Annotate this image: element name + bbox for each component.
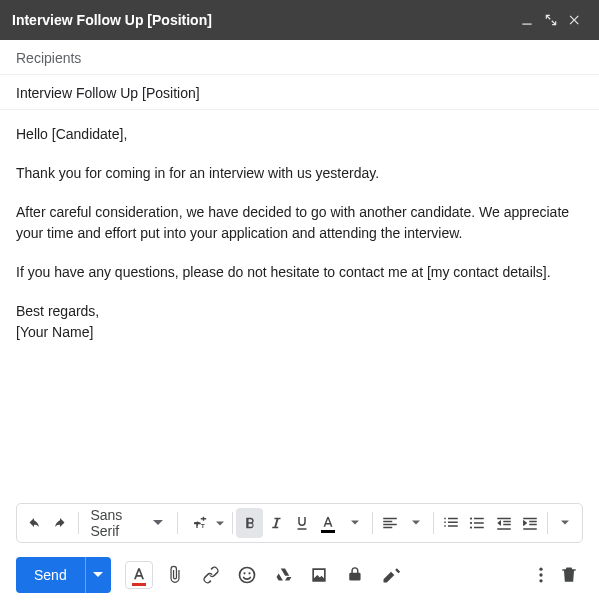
expand-icon[interactable] bbox=[539, 8, 563, 32]
window-title: Interview Follow Up [Position] bbox=[12, 12, 515, 28]
insert-photo-button[interactable] bbox=[305, 561, 333, 589]
more-options-button[interactable] bbox=[527, 561, 555, 589]
underline-button[interactable] bbox=[289, 508, 315, 538]
confidential-mode-button[interactable] bbox=[341, 561, 369, 589]
indent-decrease-button[interactable] bbox=[490, 508, 516, 538]
bold-button[interactable] bbox=[236, 508, 262, 538]
font-size-icon: TT bbox=[186, 508, 216, 538]
toolbar-divider bbox=[177, 512, 178, 534]
close-icon[interactable] bbox=[563, 8, 587, 32]
font-size-select[interactable]: TT bbox=[182, 508, 228, 538]
toolbar-divider bbox=[547, 512, 548, 534]
toolbar-divider bbox=[78, 512, 79, 534]
text-color-icon bbox=[319, 514, 337, 533]
format-more-button[interactable] bbox=[552, 508, 578, 538]
insert-drive-button[interactable] bbox=[269, 561, 297, 589]
send-options-button[interactable] bbox=[85, 557, 111, 593]
body-paragraph: Hello [Candidate], bbox=[16, 124, 583, 145]
svg-text:T: T bbox=[201, 523, 205, 529]
svg-point-9 bbox=[539, 568, 542, 571]
formatting-toolbar: Sans Serif TT bbox=[16, 503, 583, 543]
text-color-button[interactable] bbox=[315, 508, 341, 538]
chevron-down-icon bbox=[216, 515, 224, 531]
body-paragraph: After careful consideration, we have dec… bbox=[16, 202, 583, 244]
numbered-list-button[interactable] bbox=[438, 508, 464, 538]
toolbar-divider bbox=[372, 512, 373, 534]
insert-emoji-button[interactable] bbox=[233, 561, 261, 589]
subject-field[interactable]: Interview Follow Up [Position] bbox=[0, 75, 599, 110]
bottom-bar: Send bbox=[0, 553, 599, 605]
recipients-field[interactable]: Recipients bbox=[0, 40, 599, 75]
title-bar: Interview Follow Up [Position] bbox=[0, 0, 599, 40]
svg-point-4 bbox=[470, 522, 472, 524]
minimize-icon[interactable] bbox=[515, 8, 539, 32]
svg-point-10 bbox=[539, 573, 542, 576]
bulleted-list-button[interactable] bbox=[464, 508, 490, 538]
toolbar-divider bbox=[433, 512, 434, 534]
svg-text:T: T bbox=[194, 520, 200, 530]
body-signature-line: [Your Name] bbox=[16, 322, 583, 343]
svg-point-8 bbox=[248, 572, 250, 574]
insert-signature-button[interactable] bbox=[377, 561, 405, 589]
font-family-select[interactable]: Sans Serif bbox=[82, 508, 172, 538]
align-more[interactable] bbox=[403, 508, 429, 538]
subject-text: Interview Follow Up [Position] bbox=[16, 85, 200, 101]
text-color-more[interactable] bbox=[341, 508, 367, 538]
discard-draft-button[interactable] bbox=[555, 561, 583, 589]
bottom-tools bbox=[125, 561, 405, 589]
svg-point-3 bbox=[470, 517, 472, 519]
text-format-button[interactable] bbox=[125, 561, 153, 589]
compose-window: Interview Follow Up [Position] Recipient… bbox=[0, 0, 599, 605]
svg-rect-0 bbox=[522, 24, 531, 25]
italic-button[interactable] bbox=[263, 508, 289, 538]
svg-point-6 bbox=[239, 568, 254, 583]
font-family-label: Sans Serif bbox=[90, 507, 144, 539]
chevron-down-icon bbox=[153, 515, 163, 531]
body-paragraph: Thank you for coming in for an interview… bbox=[16, 163, 583, 184]
send-button-group: Send bbox=[16, 557, 111, 593]
body-signature-line: Best regards, bbox=[16, 301, 583, 322]
svg-point-11 bbox=[539, 579, 542, 582]
text-format-icon bbox=[129, 565, 149, 586]
toolbar-divider bbox=[232, 512, 233, 534]
message-body[interactable]: Hello [Candidate], Thank you for coming … bbox=[0, 110, 599, 503]
recipients-placeholder: Recipients bbox=[16, 50, 81, 66]
indent-increase-button[interactable] bbox=[517, 508, 543, 538]
undo-icon[interactable] bbox=[21, 508, 47, 538]
align-button[interactable] bbox=[377, 508, 403, 538]
svg-point-5 bbox=[470, 526, 472, 528]
body-paragraph: If you have any questions, please do not… bbox=[16, 262, 583, 283]
insert-link-button[interactable] bbox=[197, 561, 225, 589]
send-button[interactable]: Send bbox=[16, 557, 85, 593]
attach-file-button[interactable] bbox=[161, 561, 189, 589]
redo-icon[interactable] bbox=[47, 508, 73, 538]
svg-point-7 bbox=[243, 572, 245, 574]
